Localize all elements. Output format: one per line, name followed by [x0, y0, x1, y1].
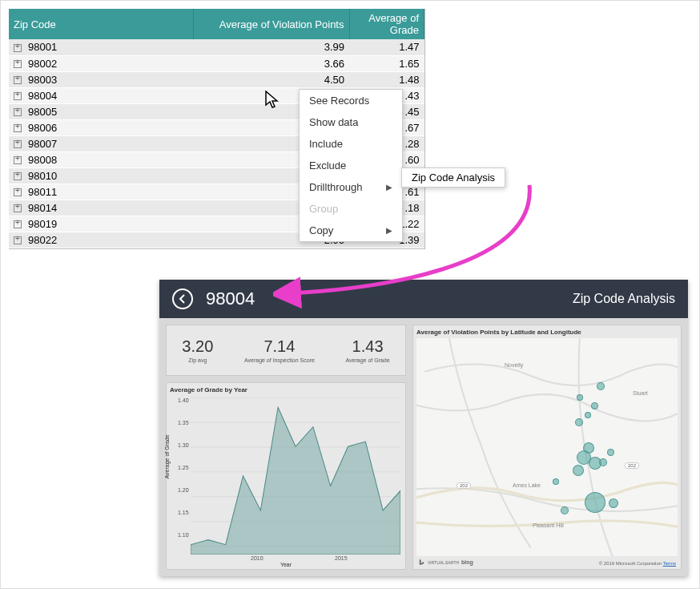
cell-zip: 98011: [28, 186, 57, 198]
cell-zip: 98022: [28, 234, 57, 246]
expand-icon[interactable]: [14, 156, 22, 164]
map-label: Pleasant Hill: [533, 522, 564, 528]
cell-zip: 98003: [28, 74, 57, 86]
chart-title: Average of Grade by Year: [170, 386, 402, 393]
kpi-inspection-score: 7.14Average of Inspection Score: [244, 337, 315, 363]
y-tick: 1.30: [178, 442, 189, 448]
ctx-include[interactable]: Include: [300, 133, 402, 155]
back-button[interactable]: [172, 288, 193, 309]
expand-icon[interactable]: [14, 140, 22, 148]
arrow-left-icon: [177, 293, 188, 305]
col-header-grade[interactable]: Average of Grade: [349, 9, 424, 39]
y-axis-label: Average of Grade: [164, 434, 170, 478]
cell-zip: 98010: [28, 170, 57, 182]
area-chart[interactable]: Average of Grade by Year Average of Grad…: [166, 382, 406, 570]
expand-icon[interactable]: [14, 92, 22, 100]
page-title-zip: 98004: [206, 288, 255, 309]
x-tick: 2015: [335, 555, 348, 561]
table-row[interactable]: 980013.991.47: [9, 39, 424, 55]
bing-logo: VIRTUAL EARTH bing: [418, 559, 473, 566]
route-shield: 202: [625, 462, 639, 469]
bing-icon: [418, 559, 425, 566]
expand-icon[interactable]: [14, 108, 22, 116]
chevron-right-icon: ▶: [386, 183, 392, 192]
cell-zip: 98007: [28, 138, 57, 150]
cell-zip: 98004: [28, 90, 57, 102]
kpi-zip-avg: 3.20Zip avg: [182, 337, 213, 363]
expand-icon[interactable]: [14, 172, 22, 180]
page-title: Zip Code Analysis: [573, 292, 675, 306]
y-tick: 1.20: [178, 487, 189, 493]
cell-zip: 98008: [28, 154, 57, 166]
y-tick: 1.15: [178, 510, 189, 515]
cell-grade: 1.65: [349, 55, 424, 71]
y-tick: 1.40: [178, 397, 189, 403]
cell-zip: 98019: [28, 218, 57, 230]
expand-icon[interactable]: [14, 188, 22, 196]
x-tick: 2010: [251, 555, 264, 561]
table-row[interactable]: 980034.501.48: [9, 71, 424, 87]
col-header-zip[interactable]: Zip Code: [9, 9, 193, 39]
ctx-drillthrough[interactable]: Drillthrough▶: [300, 176, 402, 198]
map-title: Average of Violation Points by Latitude …: [416, 329, 678, 336]
expand-icon[interactable]: [14, 124, 22, 132]
map-canvas[interactable]: 202 202 Novelty Stuart Ames Lake Pleasan…: [416, 338, 678, 556]
y-tick: 1.25: [178, 465, 189, 470]
y-tick: 1.35: [178, 420, 189, 426]
map-label: Ames Lake: [513, 482, 541, 488]
context-menu: See Records Show data Include Exclude Dr…: [299, 89, 403, 242]
cell-zip: 98014: [28, 202, 57, 214]
route-shield: 202: [457, 482, 471, 489]
ctx-show-data[interactable]: Show data: [300, 111, 402, 133]
cell-zip: 98005: [28, 106, 57, 118]
submenu-zip-analysis[interactable]: Zip Code Analysis: [412, 171, 495, 184]
col-header-avp[interactable]: Average of Violation Points: [193, 9, 349, 39]
dashboard-header: 98004 Zip Code Analysis: [159, 280, 688, 318]
drillthrough-page: 98004 Zip Code Analysis 3.20Zip avg 7.14…: [159, 280, 688, 576]
expand-icon[interactable]: [14, 76, 22, 84]
ctx-exclude[interactable]: Exclude: [300, 155, 402, 176]
table-row[interactable]: 980023.661.65: [9, 55, 424, 71]
ctx-group: Group: [300, 198, 402, 220]
kpi-avg-grade: 1.43Average of Grade: [345, 337, 389, 363]
expand-icon[interactable]: [14, 220, 22, 228]
y-tick: 1.10: [178, 532, 189, 538]
expand-icon[interactable]: [14, 236, 22, 244]
map-copyright: © 2019 Microsoft Corporation Terms: [599, 561, 676, 566]
ctx-see-records[interactable]: See Records: [300, 90, 402, 111]
map-label: Novelty: [505, 362, 523, 368]
expand-icon[interactable]: [14, 44, 22, 52]
ctx-copy[interactable]: Copy▶: [300, 220, 402, 241]
cell-avp: 4.50: [193, 71, 349, 87]
cell-zip: 98001: [28, 41, 57, 53]
cell-avp: 3.99: [193, 39, 349, 55]
chevron-right-icon: ▶: [386, 226, 392, 235]
kpi-card[interactable]: 3.20Zip avg 7.14Average of Inspection Sc…: [166, 325, 406, 376]
cell-zip: 98002: [28, 58, 57, 70]
table-header-row: Zip Code Average of Violation Points Ave…: [9, 9, 424, 39]
area-chart-svg: [191, 397, 400, 555]
drillthrough-submenu[interactable]: Zip Code Analysis: [401, 167, 505, 188]
map-visual[interactable]: Average of Violation Points by Latitude …: [412, 325, 682, 570]
cell-grade: 1.48: [349, 71, 424, 87]
cell-zip: 98006: [28, 122, 57, 134]
terms-link[interactable]: Terms: [663, 561, 676, 566]
x-axis-label: Year: [280, 562, 292, 567]
cell-grade: 1.47: [349, 39, 424, 55]
map-label: Stuart: [633, 390, 648, 396]
expand-icon[interactable]: [14, 204, 22, 212]
cell-avp: 3.66: [193, 55, 349, 71]
expand-icon[interactable]: [14, 60, 22, 68]
